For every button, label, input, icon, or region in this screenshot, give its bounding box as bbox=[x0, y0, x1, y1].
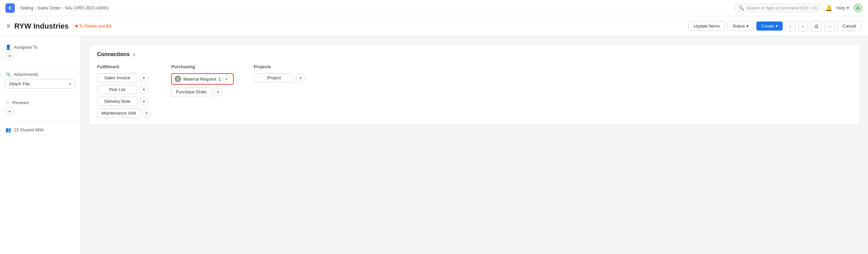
search-icon: 🔍 bbox=[739, 5, 744, 10]
reviews-label: ☆ Reviews bbox=[5, 100, 75, 105]
nav-actions: 🔔 Help ▾ A bbox=[825, 3, 863, 13]
purchasing-items: 1 Material Request 1 + Purchase Order + bbox=[171, 73, 234, 96]
status-chevron-icon: ▾ bbox=[746, 24, 749, 29]
person-icon: 👤 bbox=[5, 44, 11, 50]
add-assigned-button[interactable]: + bbox=[5, 52, 14, 61]
add-pick-list[interactable]: + bbox=[140, 85, 148, 94]
avatar[interactable]: A bbox=[853, 3, 863, 13]
help-chevron-icon: ▾ bbox=[847, 5, 849, 10]
main-layout: 👤 Assigned To + 📎 Attachments Attach Fil… bbox=[0, 36, 868, 254]
status-text: To Deliver and Bill bbox=[79, 24, 111, 29]
sales-invoice-button[interactable]: Sales Invoice bbox=[97, 73, 137, 82]
divider-1 bbox=[0, 66, 80, 66]
paperclip-icon: 📎 bbox=[5, 71, 11, 77]
reviews-section: ☆ Reviews + bbox=[0, 97, 80, 119]
help-button[interactable]: Help ▾ bbox=[836, 5, 849, 10]
shared-with-label: 23 Shared With bbox=[14, 127, 44, 132]
shared-with-section: 👥 23 Shared With bbox=[0, 124, 80, 135]
add-review-button[interactable]: + bbox=[5, 107, 14, 116]
projects-heading: Projects bbox=[254, 64, 305, 69]
print-button[interactable]: 🖨 bbox=[811, 21, 822, 32]
pick-list-button[interactable]: Pick List bbox=[97, 85, 137, 94]
add-purchase-order[interactable]: + bbox=[214, 88, 222, 96]
projects-items: Project + bbox=[254, 73, 305, 82]
star-icon: ☆ bbox=[5, 100, 10, 105]
more-options-button[interactable]: ··· bbox=[824, 21, 835, 32]
breadcrumb-chevron: › bbox=[18, 6, 19, 10]
cancel-button[interactable]: Cancel bbox=[838, 21, 861, 31]
status-dot bbox=[75, 25, 78, 27]
assigned-to-section: 👤 Assigned To + bbox=[0, 42, 80, 63]
maintenance-visit-item: Maintenance Visit + bbox=[97, 108, 151, 118]
breadcrumb-sep2: › bbox=[62, 6, 63, 10]
search-bar[interactable]: 🔍 Search or type a command (Ctrl + G) bbox=[735, 4, 822, 12]
page-title: RYW Industries bbox=[14, 22, 69, 31]
attachments-section: 📎 Attachments Attach File + bbox=[0, 69, 80, 91]
delivery-note-item: Delivery Note + bbox=[97, 97, 151, 106]
add-delivery-note[interactable]: + bbox=[140, 97, 148, 106]
breadcrumb: › Selling › Sales Order › SAL-ORD-2021-0… bbox=[18, 5, 109, 10]
project-item: Project + bbox=[254, 73, 305, 82]
create-chevron-icon: ▾ bbox=[776, 24, 778, 29]
project-button[interactable]: Project bbox=[254, 73, 294, 82]
fulfillment-items: Sales Invoice + Pick List + Delivery Not… bbox=[97, 73, 151, 118]
delivery-note-button[interactable]: Delivery Note bbox=[97, 97, 137, 106]
divider-2 bbox=[0, 94, 80, 94]
sidebar: 👤 Assigned To + 📎 Attachments Attach Fil… bbox=[0, 36, 81, 254]
shared-icon: 👥 bbox=[5, 127, 11, 132]
material-request-item: 1 Material Request 1 + bbox=[171, 73, 234, 85]
purchase-order-button[interactable]: Purchase Order bbox=[171, 87, 212, 96]
status-button[interactable]: Status ▾ bbox=[727, 21, 754, 31]
pick-list-item: Pick List + bbox=[97, 85, 151, 94]
material-request-label: Material Request bbox=[183, 76, 216, 82]
attach-plus-icon: + bbox=[69, 81, 71, 86]
connections-panel: Connections ∧ Fulfillment Sales Invoice … bbox=[89, 44, 860, 125]
maintenance-visit-button[interactable]: Maintenance Visit bbox=[97, 108, 140, 118]
attach-file-button[interactable]: Attach File + bbox=[5, 79, 75, 89]
assigned-to-label: 👤 Assigned To bbox=[5, 44, 75, 50]
sidebar-toggle[interactable]: ≡ bbox=[7, 23, 10, 30]
attachments-label: 📎 Attachments bbox=[5, 71, 75, 77]
content-area: Connections ∧ Fulfillment Sales Invoice … bbox=[81, 36, 868, 254]
next-button[interactable]: › bbox=[798, 21, 808, 31]
add-material-request[interactable]: + bbox=[223, 75, 230, 83]
add-project[interactable]: + bbox=[296, 73, 305, 82]
purchasing-heading: Purchasing bbox=[171, 64, 234, 69]
connections-title: Connections bbox=[97, 52, 130, 58]
projects-column: Projects Project + bbox=[254, 64, 305, 118]
connections-grid: Fulfillment Sales Invoice + Pick List + … bbox=[97, 64, 851, 118]
sales-invoice-item: Sales Invoice + bbox=[97, 73, 151, 82]
divider-3 bbox=[0, 121, 80, 122]
connections-header: Connections ∧ bbox=[97, 52, 851, 58]
material-request-badge: 1 bbox=[175, 75, 181, 82]
breadcrumb-sales-order[interactable]: Sales Order bbox=[37, 5, 61, 10]
material-request-row: 1 Material Request 1 + bbox=[171, 73, 234, 85]
page-header: ≡ RYW Industries To Deliver and Bill Upd… bbox=[0, 16, 868, 36]
update-items-button[interactable]: Update Items bbox=[688, 21, 724, 31]
top-nav: E › Selling › Sales Order › SAL-ORD-2021… bbox=[0, 0, 868, 16]
add-maintenance-visit[interactable]: + bbox=[142, 109, 151, 118]
create-button[interactable]: Create ▾ bbox=[756, 22, 783, 31]
purchasing-column: Purchasing 1 Material Request 1 + bbox=[171, 64, 234, 118]
purchase-order-item: Purchase Order + bbox=[171, 87, 234, 96]
material-request-count: 1 bbox=[218, 76, 221, 82]
breadcrumb-sep1: › bbox=[35, 6, 36, 10]
fulfillment-column: Fulfillment Sales Invoice + Pick List + … bbox=[97, 64, 151, 118]
header-actions: Update Items Status ▾ Create ▾ ‹ › 🖨 ···… bbox=[688, 21, 861, 32]
prev-button[interactable]: ‹ bbox=[785, 21, 796, 31]
breadcrumb-record[interactable]: SAL-ORD-2021-00001 bbox=[65, 5, 109, 10]
fulfillment-heading: Fulfillment bbox=[97, 64, 151, 69]
breadcrumb-selling[interactable]: Selling bbox=[20, 5, 33, 10]
notification-bell[interactable]: 🔔 bbox=[825, 4, 832, 12]
collapse-icon[interactable]: ∧ bbox=[132, 52, 136, 57]
app-icon[interactable]: E bbox=[5, 3, 15, 13]
search-placeholder: Search or type a command (Ctrl + G) bbox=[746, 5, 818, 10]
add-sales-invoice[interactable]: + bbox=[140, 73, 148, 82]
status-badge: To Deliver and Bill bbox=[72, 23, 114, 29]
